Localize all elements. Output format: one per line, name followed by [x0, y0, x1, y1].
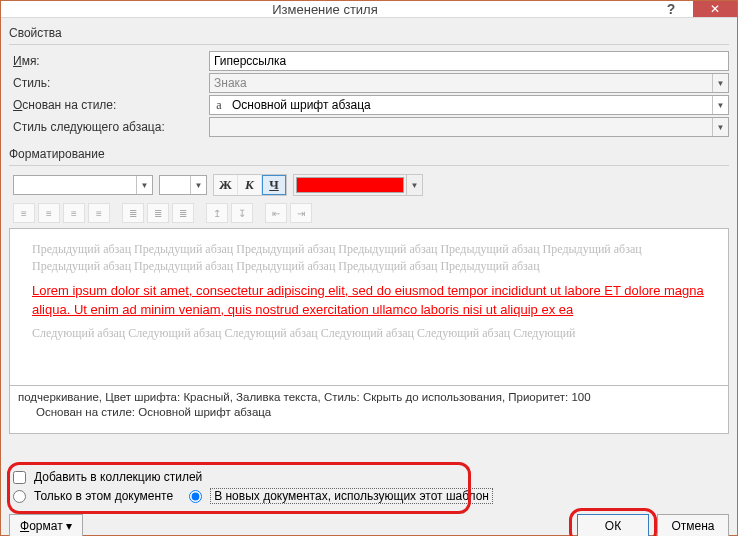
align-center-button[interactable]: ≡	[38, 203, 60, 223]
paragraph-icon: a	[210, 98, 228, 113]
align-right-button[interactable]: ≡	[63, 203, 85, 223]
space-before-inc-button[interactable]: ↥	[206, 203, 228, 223]
indent-dec-button[interactable]: ⇤	[265, 203, 287, 223]
chevron-down-icon[interactable]: ▼	[190, 176, 206, 194]
next-style-label: Стиль следующего абзаца:	[9, 120, 209, 134]
modify-style-dialog: Изменение стиля ? ✕ Свойства Имя: Стиль:…	[0, 0, 738, 536]
divider	[9, 165, 729, 166]
add-to-collection-checkbox[interactable]	[13, 471, 26, 484]
ok-button[interactable]: ОК	[577, 514, 649, 536]
font-style-strip: Ж К Ч	[213, 174, 287, 196]
properties-heading: Свойства	[9, 26, 729, 40]
bold-button[interactable]: Ж	[214, 175, 238, 195]
line-spacing-2-button[interactable]: ≣	[172, 203, 194, 223]
name-input[interactable]	[209, 51, 729, 71]
paragraph-toolbar: ≡ ≡ ≡ ≡ ≣ ≣ ≣ ↥ ↧ ⇤ ⇥	[13, 202, 729, 224]
close-button[interactable]: ✕	[693, 1, 737, 17]
underline-button[interactable]: Ч	[262, 175, 286, 195]
font-color-picker[interactable]: ▼	[293, 174, 423, 196]
description-line: подчеркивание, Цвет шрифта: Красный, Зал…	[18, 390, 720, 405]
style-type-combo: Знака ▼	[209, 73, 729, 93]
next-style-combo: ▼	[209, 117, 729, 137]
divider	[9, 44, 729, 45]
based-on-label: Основан на стиле:	[9, 98, 209, 112]
chevron-down-icon: ▼	[712, 74, 728, 92]
cancel-button[interactable]: Отмена	[657, 514, 729, 536]
align-left-button[interactable]: ≡	[13, 203, 35, 223]
line-spacing-15-button[interactable]: ≣	[147, 203, 169, 223]
add-to-collection-label: Добавить в коллекцию стилей	[34, 470, 202, 484]
style-type-label: Стиль:	[9, 76, 209, 90]
line-spacing-1-button[interactable]: ≣	[122, 203, 144, 223]
help-button[interactable]: ?	[649, 1, 693, 17]
indent-inc-button[interactable]: ⇥	[290, 203, 312, 223]
new-docs-option[interactable]: В новых документах, использующих этот ша…	[187, 488, 493, 504]
chevron-down-icon[interactable]: ▼	[406, 175, 422, 195]
preview-next: Следующий абзац Следующий абзац Следующи…	[32, 325, 706, 342]
color-swatch-icon	[296, 177, 404, 193]
format-menu-button[interactable]: Формат ▾	[9, 514, 83, 536]
chevron-down-icon[interactable]: ▼	[712, 96, 728, 114]
titlebar: Изменение стиля ? ✕	[1, 1, 737, 18]
formatting-heading: Форматирование	[9, 147, 729, 161]
name-label: Имя:	[9, 54, 209, 68]
based-on-combo[interactable]: a Основной шрифт абзаца ▼	[209, 95, 729, 115]
only-this-doc-radio[interactable]	[13, 490, 26, 503]
chevron-down-icon: ▼	[712, 118, 728, 136]
chevron-down-icon[interactable]: ▼	[136, 176, 152, 194]
preview-pane: Предыдущий абзац Предыдущий абзац Предыд…	[9, 228, 729, 386]
preview-previous: Предыдущий абзац Предыдущий абзац Предыд…	[32, 241, 706, 276]
align-justify-button[interactable]: ≡	[88, 203, 110, 223]
font-size-combo[interactable]: ▼	[159, 175, 207, 195]
only-this-doc-option[interactable]: Только в этом документе	[11, 489, 173, 503]
preview-sample: Lorem ipsum dolor sit amet, consectetur …	[32, 282, 706, 320]
style-description: подчеркивание, Цвет шрифта: Красный, Зал…	[9, 386, 729, 434]
space-before-dec-button[interactable]: ↧	[231, 203, 253, 223]
font-family-combo[interactable]: ▼	[13, 175, 153, 195]
italic-button[interactable]: К	[238, 175, 262, 195]
window-title: Изменение стиля	[1, 2, 649, 17]
options-area: Добавить в коллекцию стилей Только в это…	[11, 470, 729, 504]
description-line: Основан на стиле: Основной шрифт абзаца	[18, 405, 720, 420]
new-docs-radio[interactable]	[189, 490, 202, 503]
